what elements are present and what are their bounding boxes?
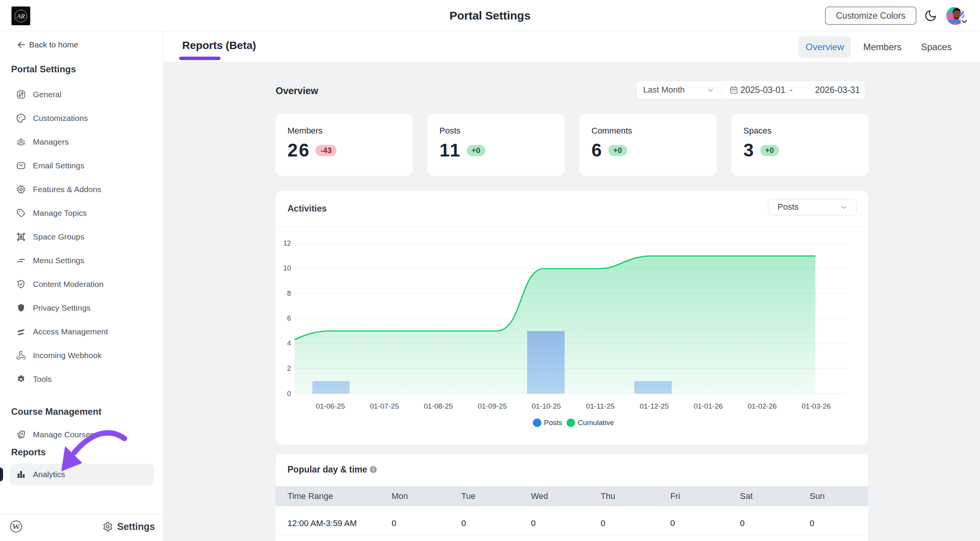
- svg-text:01-06-25: 01-06-25: [316, 402, 345, 410]
- svg-text:W: W: [12, 522, 20, 531]
- svg-text:01-01-26: 01-01-26: [694, 402, 723, 410]
- svg-text:01-12-25: 01-12-25: [640, 402, 669, 410]
- svg-text:6: 6: [287, 314, 291, 322]
- svg-text:01-10-25: 01-10-25: [532, 402, 561, 410]
- svg-text:12: 12: [283, 240, 291, 247]
- svg-text:01-11-25: 01-11-25: [586, 402, 615, 410]
- svg-text:01-09-25: 01-09-25: [478, 402, 507, 410]
- svg-text:01-07-25: 01-07-25: [370, 402, 399, 410]
- svg-text:10: 10: [283, 264, 291, 272]
- svg-text:AR: AR: [16, 13, 25, 20]
- svg-text:01-08-25: 01-08-25: [424, 402, 453, 410]
- svg-text:Cumulative: Cumulative: [578, 419, 614, 427]
- svg-text:01-03-26: 01-03-26: [802, 402, 831, 410]
- svg-text:01-02-26: 01-02-26: [748, 402, 777, 410]
- svg-text:Posts: Posts: [544, 419, 562, 427]
- svg-text:4: 4: [287, 339, 291, 347]
- svg-text:8: 8: [287, 290, 291, 297]
- svg-text:0: 0: [287, 390, 291, 398]
- svg-text:2: 2: [287, 365, 291, 372]
